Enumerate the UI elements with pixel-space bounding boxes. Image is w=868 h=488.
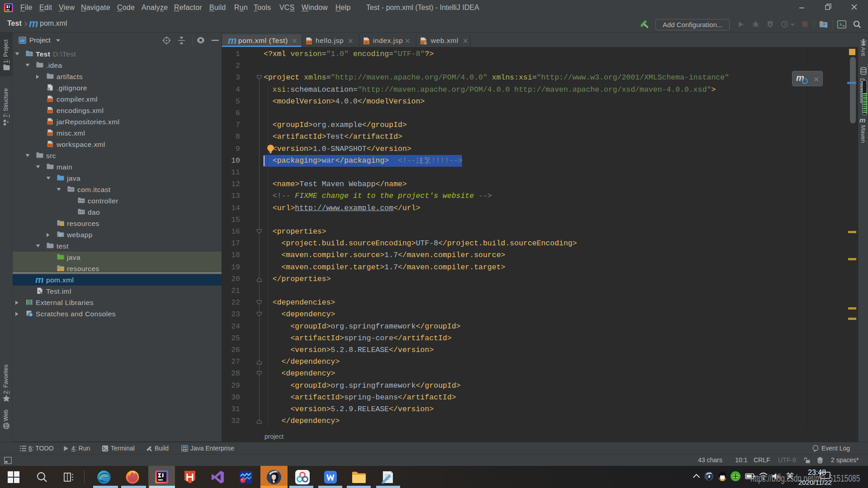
svg-text:JSP: JSP	[306, 41, 312, 44]
svg-text:<>: <>	[48, 132, 52, 136]
svg-text:<>: <>	[48, 99, 52, 102]
svg-text:<>: <>	[48, 121, 52, 124]
svg-text:H: H	[365, 41, 368, 44]
svg-text:<>: <>	[48, 144, 52, 147]
svg-text:<>: <>	[48, 110, 52, 113]
